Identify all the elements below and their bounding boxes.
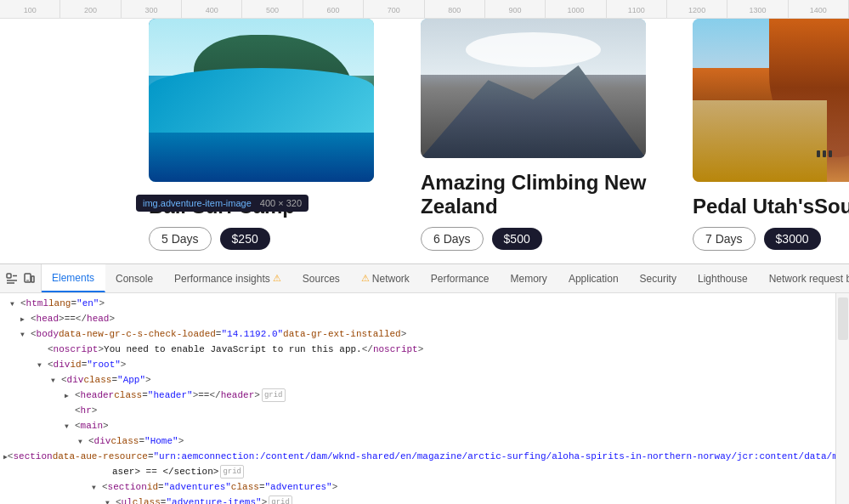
tab-console[interactable]: Console — [105, 264, 164, 292]
expand-arrow[interactable] — [51, 373, 61, 388]
device-icon[interactable] — [22, 272, 36, 286]
svg-rect-5 — [31, 276, 34, 282]
code-line-home: <div class="Home"> — [0, 434, 835, 450]
days-badge-utah[interactable]: 7 Days — [693, 227, 756, 251]
card-utah: Pedal Utah'sSouth. 7 Days $3000 — [680, 19, 849, 263]
expand-arrow[interactable] — [78, 434, 88, 450]
element-tooltip: img.adventure-item-image 400 × 320 — [136, 195, 308, 212]
code-line-teaser-close: aser> == </section> grid — [0, 465, 835, 480]
side-scroll-btn[interactable] — [838, 297, 848, 340]
ruler-mark-400: 400 — [182, 0, 242, 18]
website-preview-area: 100 200 300 400 500 600 700 800 900 1000… — [0, 0, 849, 263]
code-line-head: <head> == </head> — [0, 312, 835, 327]
code-line-section-teaser: <section data-aue-resource="urn:aemconne… — [0, 450, 835, 465]
code-line-noscript: <noscript>You need to enable JavaScript … — [0, 343, 835, 358]
card-title-climb: Amazing Climbing New Zealand — [421, 171, 650, 218]
ruler-mark-800: 800 — [425, 0, 485, 18]
devtools-tabs: Elements Console Performance insights ⚠ … — [0, 264, 849, 293]
devtools-icon-group — [0, 264, 42, 292]
ruler-mark-1400: 1400 — [789, 0, 849, 18]
card-image-climb[interactable] — [421, 19, 646, 158]
code-line-header: <header class="header">== </header> grid — [0, 388, 835, 404]
tab-network-request-blocking[interactable]: Network request blocking — [759, 264, 849, 292]
card-details-utah: 7 Days $3000 — [693, 227, 849, 251]
ruler-mark-1100: 1100 — [607, 0, 667, 18]
card-details-surf: 5 Days $250 — [149, 227, 378, 251]
expand-arrow[interactable] — [10, 297, 20, 312]
ruler-mark-1000: 1000 — [546, 0, 606, 18]
code-area: <html lang="en"> <head> == </head> <body… — [0, 293, 849, 504]
card-image-surf[interactable] — [149, 19, 374, 182]
ruler-mark-1300: 1300 — [727, 0, 788, 18]
warning-icon: ⚠ — [273, 273, 281, 284]
climb-image — [421, 19, 646, 158]
card-details-climb: 6 Days $500 — [421, 227, 650, 251]
card-image-utah[interactable] — [693, 19, 849, 182]
ruler-mark-100: 100 — [0, 0, 60, 18]
code-line-main: <main> — [0, 419, 835, 434]
card-climbing: Amazing Climbing New Zealand 6 Days $500 — [408, 19, 663, 263]
ruler-mark-300: 300 — [122, 0, 182, 18]
expand-arrow[interactable] — [92, 480, 102, 496]
grid-badge-teaser[interactable]: grid — [220, 465, 244, 479]
code-line-html: <html lang="en"> — [0, 297, 835, 312]
expand-arrow[interactable] — [105, 496, 116, 504]
network-warning-icon: ⚠ — [361, 273, 370, 284]
tab-network[interactable]: ⚠ Network — [351, 264, 421, 292]
side-panel — [835, 293, 849, 504]
card-title-utah: Pedal Utah'sSouth. — [693, 195, 849, 218]
tab-elements[interactable]: Elements — [42, 264, 105, 292]
tab-lighthouse[interactable]: Lighthouse — [688, 264, 759, 292]
card-bali-surf: img.adventure-item-image 400 × 320 Bali … — [136, 19, 391, 263]
devtools-panel: Elements Console Performance insights ⚠ … — [0, 263, 849, 504]
network-label: ⚠ Network — [361, 273, 410, 285]
ruler-mark-600: 600 — [303, 0, 364, 18]
expand-arrow[interactable] — [37, 358, 48, 373]
grid-badge-ul[interactable]: grid — [269, 496, 292, 504]
grid-badge[interactable]: grid — [262, 388, 286, 402]
code-line-body: <body data-new-gr-c-s-check-loaded="14.1… — [0, 327, 835, 343]
expand-arrow[interactable] — [65, 419, 75, 434]
tab-sources[interactable]: Sources — [292, 264, 351, 292]
code-line-app: <div class="App"> — [0, 373, 835, 388]
code-line-adventures: <section id="adventures" class="adventur… — [0, 480, 835, 496]
expand-arrow[interactable] — [20, 327, 31, 343]
ruler-mark-1200: 1200 — [667, 0, 727, 18]
tab-performance[interactable]: Performance — [421, 264, 501, 292]
surf-image — [149, 19, 374, 182]
ruler-mark-700: 700 — [364, 0, 424, 18]
ruler: 100 200 300 400 500 600 700 800 900 1000… — [0, 0, 849, 19]
expand-arrow[interactable] — [65, 388, 75, 404]
ruler-marks: 100 200 300 400 500 600 700 800 900 1000… — [0, 0, 849, 18]
price-badge-climb[interactable]: $500 — [492, 228, 542, 250]
performance-insights-label: Performance insights ⚠ — [174, 273, 281, 285]
days-badge-surf[interactable]: 5 Days — [149, 227, 212, 251]
expand-arrow[interactable] — [20, 312, 31, 327]
ruler-mark-500: 500 — [242, 0, 303, 18]
elements-code-panel[interactable]: <html lang="en"> <head> == </head> <body… — [0, 293, 835, 504]
tab-performance-insights[interactable]: Performance insights ⚠ — [164, 264, 292, 292]
tab-memory[interactable]: Memory — [501, 264, 558, 292]
price-badge-utah[interactable]: $3000 — [764, 228, 821, 250]
utah-image — [693, 19, 849, 182]
tab-application[interactable]: Application — [558, 264, 630, 292]
code-line-root: <div id="root"> — [0, 358, 835, 373]
ruler-mark-900: 900 — [485, 0, 546, 18]
ruler-mark-200: 200 — [60, 0, 121, 18]
price-badge-surf[interactable]: $250 — [220, 228, 270, 250]
inspect-icon[interactable] — [5, 272, 19, 286]
tab-security[interactable]: Security — [630, 264, 688, 292]
svg-rect-0 — [7, 274, 11, 278]
code-line-hr: <hr> — [0, 404, 835, 419]
tooltip-tag: img.adventure-item-image — [143, 198, 252, 208]
adventure-cards-row: img.adventure-item-image 400 × 320 Bali … — [0, 19, 849, 263]
tooltip-dimensions: 400 × 320 — [260, 198, 302, 208]
days-badge-climb[interactable]: 6 Days — [421, 227, 484, 251]
code-line-ul: <ul class="adventure-items"> grid — [0, 496, 835, 504]
